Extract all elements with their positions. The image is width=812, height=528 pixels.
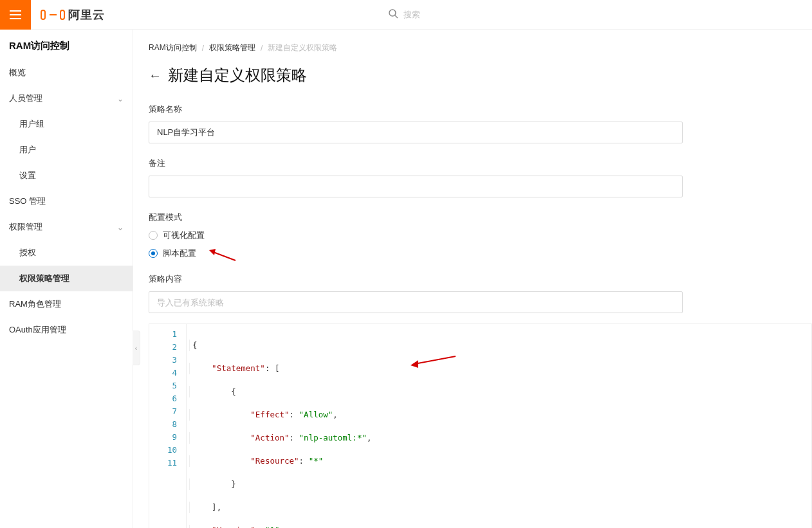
search-input[interactable] [403, 10, 532, 19]
back-arrow-icon[interactable]: ← [149, 68, 161, 83]
sidebar-item-label: SSO 管理 [9, 196, 46, 207]
breadcrumb-current: 新建自定义权限策略 [268, 42, 337, 53]
logo-text: 阿里云 [68, 7, 105, 23]
radio-label: 可视化配置 [163, 230, 205, 241]
sidebar-item-label: OAuth应用管理 [9, 324, 66, 336]
radio-icon [149, 231, 158, 240]
import-policy-input[interactable] [149, 291, 683, 313]
search-icon[interactable] [388, 8, 398, 21]
radio-label: 脚本配置 [163, 248, 196, 259]
svg-rect-1 [60, 10, 64, 19]
hamburger-menu-button[interactable] [0, 0, 31, 30]
svg-line-4 [395, 15, 398, 18]
svg-point-3 [389, 10, 396, 16]
breadcrumb-separator: / [261, 44, 263, 53]
sidebar-item-ram-roles[interactable]: RAM角色管理 [0, 291, 133, 317]
policy-name-input[interactable] [149, 122, 683, 143]
annotation-arrow-icon [207, 246, 239, 264]
remark-label: 备注 [149, 158, 797, 169]
policy-name-label: 策略名称 [149, 104, 797, 115]
breadcrumb: RAM访问控制 / 权限策略管理 / 新建自定义权限策略 [149, 42, 797, 53]
mode-label: 配置模式 [149, 212, 797, 223]
line-gutter: 1234567891011 [149, 324, 187, 528]
content-label: 策略内容 [149, 273, 797, 285]
sidebar-item-label: 设置 [19, 170, 36, 181]
sidebar-item-authorize[interactable]: 授权 [0, 240, 133, 266]
radio-script-mode[interactable]: 脚本配置 [149, 248, 797, 259]
radio-visual-mode[interactable]: 可视化配置 [149, 230, 797, 241]
sidebar-item-policy-mgmt[interactable]: 权限策略管理 [0, 266, 133, 291]
sidebar-item-label: RAM角色管理 [9, 298, 61, 310]
sidebar-title: RAM访问控制 [0, 30, 133, 60]
radio-icon [149, 249, 158, 258]
svg-rect-0 [41, 10, 45, 19]
page-title: 新建自定义权限策略 [168, 65, 307, 86]
sidebar-item-permission[interactable]: 权限管理⌃ [0, 214, 133, 240]
sidebar-item-sso[interactable]: SSO 管理 [0, 188, 133, 214]
main-content: RAM访问控制 / 权限策略管理 / 新建自定义权限策略 ← 新建自定义权限策略… [133, 30, 812, 528]
logo-icon [40, 8, 66, 22]
sidebar-item-user-groups[interactable]: 用户组 [0, 111, 133, 137]
sidebar-item-oauth[interactable]: OAuth应用管理 [0, 317, 133, 343]
sidebar-item-label: 用户 [19, 144, 36, 156]
sidebar-item-settings[interactable]: 设置 [0, 163, 133, 188]
breadcrumb-separator: / [202, 44, 204, 53]
code-editor[interactable]: 1234567891011 { "Statement": [ { "Effect… [149, 323, 812, 528]
sidebar-item-label: 概览 [9, 67, 26, 78]
menu-icon [10, 10, 21, 19]
logo[interactable]: 阿里云 [40, 7, 105, 23]
sidebar-item-label: 权限策略管理 [19, 273, 69, 284]
sidebar-item-overview[interactable]: 概览 [0, 60, 133, 86]
code-content: { "Statement": [ { "Effect": "Allow", "A… [187, 324, 811, 528]
sidebar-item-users[interactable]: 用户 [0, 137, 133, 163]
remark-input[interactable] [149, 176, 683, 197]
sidebar-item-label: 授权 [19, 247, 36, 259]
sidebar-item-label: 权限管理 [9, 221, 42, 233]
sidebar-item-label: 人员管理 [9, 93, 42, 104]
chevron-up-icon: ⌃ [117, 223, 124, 232]
breadcrumb-link[interactable]: RAM访问控制 [149, 42, 197, 53]
breadcrumb-link[interactable]: 权限策略管理 [209, 42, 255, 53]
sidebar: RAM访问控制 概览 人员管理⌃ 用户组 用户 设置 SSO 管理 权限管理⌃ … [0, 30, 133, 528]
chevron-up-icon: ⌃ [117, 94, 124, 103]
sidebar-item-label: 用户组 [19, 118, 44, 130]
sidebar-item-personnel[interactable]: 人员管理⌃ [0, 86, 133, 111]
